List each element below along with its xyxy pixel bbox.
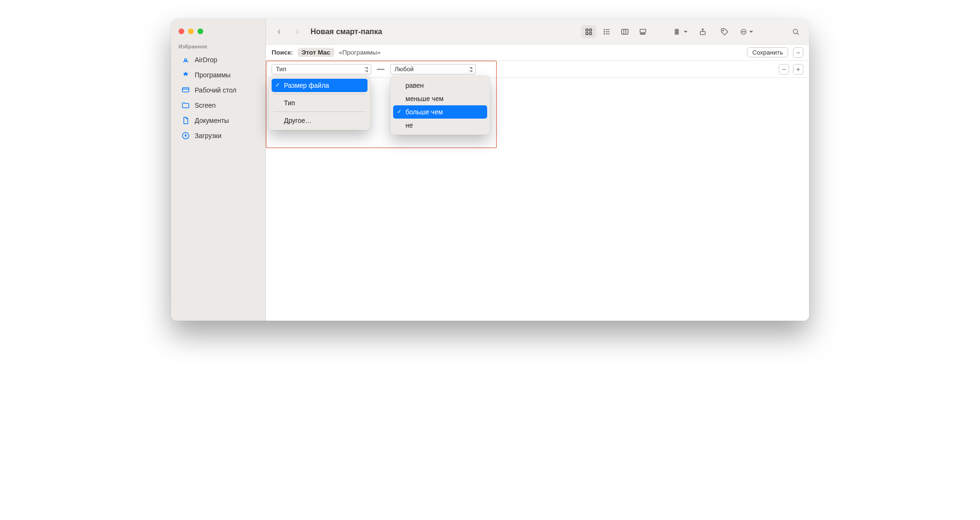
criteria-attribute-value: Тип [276, 65, 286, 73]
main-area: Новая смарт-папка [266, 19, 809, 321]
attribute-dropdown: Размер файла Тип Другое… [269, 76, 370, 130]
desktop-icon [181, 86, 190, 94]
criteria-row: Тип ▴▾ — Любой ▴▾ − + [266, 61, 809, 78]
menu-item-file-size[interactable]: Размер файла [272, 79, 368, 92]
finder-window: Избранное AirDrop Программы Рабочий стол… [171, 19, 809, 321]
nav-back-button[interactable] [273, 25, 286, 38]
svg-rect-1 [182, 88, 189, 92]
updown-icon: ▴▾ [471, 65, 473, 73]
actions-button[interactable] [740, 25, 753, 38]
menu-separator [273, 94, 366, 94]
sidebar-item-label: Документы [195, 117, 229, 124]
svg-point-8 [604, 31, 605, 32]
svg-rect-15 [675, 29, 677, 30]
sidebar-item-label: AirDrop [195, 56, 217, 64]
airdrop-icon [181, 56, 190, 64]
sidebar-item-airdrop[interactable]: AirDrop [174, 53, 263, 67]
share-button[interactable] [696, 25, 709, 38]
svg-rect-19 [677, 31, 678, 32]
criteria-value-combo[interactable]: Любой ▴▾ [390, 64, 476, 74]
save-button[interactable]: Сохранить [747, 47, 788, 57]
applications-icon [181, 71, 190, 79]
menu-separator [273, 111, 366, 112]
group-by-button[interactable] [674, 25, 688, 38]
svg-rect-20 [677, 33, 678, 34]
search-scope-bar: Поиск: Этот Mac «Программы» Сохранить − [266, 45, 809, 61]
remove-search-button[interactable]: − [793, 47, 803, 58]
add-criteria-button[interactable]: + [793, 64, 803, 74]
titlebar: Новая смарт-папка [266, 19, 809, 45]
svg-rect-5 [586, 32, 588, 35]
svg-point-7 [604, 29, 605, 30]
svg-rect-6 [590, 32, 592, 35]
svg-rect-17 [675, 33, 677, 34]
toolbar-actions [674, 25, 802, 38]
zoom-window-button[interactable] [198, 28, 203, 34]
updown-icon: ▴▾ [366, 65, 368, 73]
svg-rect-12 [641, 33, 641, 34]
operator-dropdown: равен меньше чем больше чем не [390, 76, 490, 135]
sidebar-section-title: Избранное [171, 44, 265, 52]
svg-rect-3 [586, 29, 588, 31]
nav-forward-button[interactable] [291, 25, 304, 38]
criteria-value-value: Любой [395, 65, 414, 73]
svg-point-26 [744, 31, 745, 32]
sidebar-item-documents[interactable]: Документы [174, 113, 263, 128]
menu-item-type[interactable]: Тип [272, 96, 368, 110]
svg-rect-10 [622, 29, 628, 34]
view-switcher [581, 25, 650, 38]
svg-rect-11 [640, 29, 646, 32]
view-columns-button[interactable] [617, 25, 632, 38]
scope-applications[interactable]: «Программы» [339, 49, 381, 56]
view-list-button[interactable] [599, 25, 614, 38]
criteria-attribute-combo[interactable]: Тип ▴▾ [272, 64, 371, 74]
svg-rect-14 [644, 33, 645, 34]
svg-rect-13 [642, 33, 643, 34]
sidebar-item-label: Загрузки [195, 132, 221, 139]
window-controls [171, 26, 265, 44]
tags-button[interactable] [718, 25, 731, 38]
downloads-icon [181, 131, 190, 140]
close-window-button[interactable] [179, 28, 184, 34]
remove-criteria-button[interactable]: − [779, 64, 789, 74]
menu-item-other[interactable]: Другое… [272, 114, 368, 127]
sidebar-item-downloads[interactable]: Загрузки [174, 129, 263, 143]
minimize-window-button[interactable] [188, 28, 194, 34]
search-label: Поиск: [272, 49, 293, 56]
menu-item-equals[interactable]: равен [393, 79, 487, 92]
sidebar: Избранное AirDrop Программы Рабочий стол… [171, 19, 266, 321]
menu-item-not[interactable]: не [393, 119, 487, 132]
sidebar-item-screen[interactable]: Screen [174, 98, 263, 112]
svg-point-25 [743, 31, 744, 32]
sidebar-item-applications[interactable]: Программы [174, 68, 263, 82]
svg-rect-18 [677, 29, 678, 30]
search-button[interactable] [789, 25, 802, 38]
results-area: Размер файла Тип Другое… равен меньше че… [266, 78, 809, 321]
folder-icon [181, 101, 190, 110]
documents-icon [181, 116, 190, 125]
svg-point-24 [742, 31, 743, 32]
view-gallery-button[interactable] [635, 25, 650, 38]
menu-item-less-than[interactable]: меньше чем [393, 92, 487, 105]
svg-rect-16 [675, 31, 677, 32]
svg-point-9 [604, 33, 605, 34]
scope-this-mac[interactable]: Этот Mac [298, 48, 334, 57]
window-title: Новая смарт-папка [311, 28, 382, 36]
sidebar-item-desktop[interactable]: Рабочий стол [174, 83, 263, 97]
view-icons-button[interactable] [581, 25, 596, 38]
sidebar-item-label: Screen [195, 102, 216, 109]
menu-item-greater-than[interactable]: больше чем [393, 105, 487, 119]
sidebar-item-label: Программы [195, 71, 231, 79]
svg-point-22 [723, 29, 724, 30]
sidebar-item-label: Рабочий стол [195, 86, 236, 94]
criteria-separator: — [377, 65, 385, 74]
svg-point-27 [793, 29, 798, 33]
svg-rect-4 [590, 29, 592, 31]
